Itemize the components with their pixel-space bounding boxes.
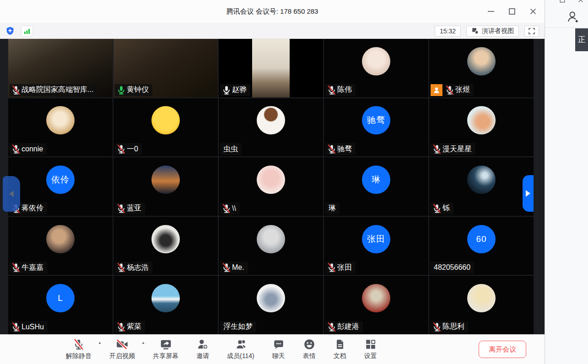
chat-bubble-icon	[273, 338, 285, 350]
participant-tile[interactable]: 牛嘉嘉	[8, 217, 113, 275]
maximize-icon[interactable]	[559, 0, 566, 4]
participant-tile[interactable]: L LuSHu	[8, 276, 113, 334]
toolbar-item-chat[interactable]: 聊天	[270, 337, 288, 360]
nameplate: 虫虫	[220, 143, 242, 155]
avatar	[362, 47, 390, 75]
nameplate: 陈思利	[431, 321, 468, 333]
toolbar-item-unmute[interactable]: 解除静音▲	[63, 337, 94, 360]
toolbar-left-icons	[4, 23, 33, 39]
participant-tile[interactable]: 战略院国家高端智库...	[8, 39, 113, 97]
mic-muted-icon	[432, 322, 442, 332]
participant-tile[interactable]: 彭建港	[324, 276, 428, 334]
minimize-icon	[486, 7, 496, 16]
grid-scroll-right-button[interactable]	[523, 175, 534, 212]
participant-tile[interactable]: 漫天星星	[429, 98, 534, 157]
close-icon[interactable]	[577, 0, 584, 4]
grid-scroll-left-button[interactable]	[3, 176, 20, 212]
participant-name: 驰骛	[337, 145, 352, 154]
participant-tile[interactable]: 一0	[113, 98, 218, 157]
toolbar-item-invite[interactable]: 邀请	[194, 337, 212, 360]
maximize-icon	[507, 7, 517, 16]
participant-tile[interactable]: 60 482056660	[429, 217, 534, 275]
participant-name: 赵骅	[232, 85, 247, 95]
participant-tile[interactable]: 黄钟仪	[113, 39, 218, 97]
nameplate: connie	[10, 143, 47, 155]
mic-on-icon	[221, 85, 232, 95]
avatar-initials: 张田	[367, 233, 385, 245]
participant-tile[interactable]: 紫菜	[113, 276, 218, 334]
mic-muted-icon	[116, 144, 126, 154]
avatar	[151, 166, 180, 194]
side-panel-tab[interactable]: 正	[575, 28, 588, 51]
chevron-left-icon	[9, 191, 14, 197]
toolbar-item-label: 文档	[334, 352, 346, 360]
avatar-initials: 依伶	[51, 174, 70, 186]
participant-tile[interactable]: 虫虫	[219, 98, 323, 157]
network-status-button[interactable]	[21, 26, 33, 37]
participant-name: 一0	[127, 145, 138, 154]
participant-tile[interactable]: 依伶 蒋依伶	[8, 157, 113, 216]
add-person-icon[interactable]	[566, 10, 580, 24]
avatar	[467, 284, 496, 312]
speaker-view-button[interactable]: 演讲者视图	[466, 26, 519, 37]
mic-active-icon	[116, 85, 126, 95]
nameplate: 紫菜	[115, 321, 145, 333]
participant-tile[interactable]: 琳 琳	[324, 157, 428, 216]
speaker-view-icon	[471, 27, 479, 35]
participant-name: 漫天星星	[442, 145, 472, 154]
avatar-initials: 60	[476, 234, 486, 244]
fullscreen-button[interactable]	[524, 26, 539, 37]
participant-name: 牛嘉嘉	[22, 263, 43, 273]
toolbar-item-docs[interactable]: 文档	[331, 337, 349, 360]
leave-meeting-button[interactable]: 离开会议	[479, 341, 526, 358]
mic-muted-icon	[432, 144, 442, 154]
avatar: 依伶	[46, 166, 75, 194]
participant-tile[interactable]: 赵骅	[219, 39, 323, 97]
participant-tile[interactable]: 杨志浩	[113, 217, 218, 275]
nameplate: 牛嘉嘉	[10, 262, 47, 273]
participant-tile[interactable]: \\	[219, 157, 323, 216]
expand-arrow-icon[interactable]: ▲	[98, 341, 102, 345]
toolbar-item-emoji[interactable]: 表情	[300, 337, 318, 360]
participant-name: Me.	[232, 263, 244, 272]
participant-tile[interactable]: connie	[8, 98, 113, 157]
close-icon	[529, 7, 538, 16]
mic-muted-icon	[116, 322, 126, 332]
participant-name: \\	[232, 204, 236, 213]
toolbar-item-settings[interactable]: 设置	[361, 337, 380, 360]
expand-arrow-icon[interactable]: ▲	[141, 341, 145, 345]
toolbar-item-label: 表情	[303, 352, 316, 360]
participant-tile[interactable]: Me.	[219, 217, 323, 275]
maximize-button[interactable]	[507, 6, 517, 16]
participant-tile[interactable]: 张煜	[429, 39, 534, 97]
avatar: 张田	[362, 225, 390, 253]
participant-grid: 战略院国家高端智库... 黄钟仪 赵骅 陈伟 张煜	[8, 39, 534, 334]
window-controls	[486, 0, 538, 23]
meeting-window: 腾讯会议 会议号: 178 650 283	[0, 0, 545, 364]
participant-tile[interactable]: 铄	[429, 157, 534, 216]
security-button[interactable]	[4, 26, 16, 37]
minimize-button[interactable]	[486, 6, 496, 16]
participant-tile[interactable]: 蓝亚	[113, 157, 218, 216]
mic-muted-icon	[116, 203, 126, 214]
time-text: 15:32	[440, 27, 456, 35]
nameplate: LuSHu	[10, 321, 48, 333]
participant-name: 琳	[329, 203, 336, 213]
participant-tile[interactable]: 陈伟	[324, 39, 428, 97]
nameplate: 张煜	[443, 84, 474, 96]
mic-muted-icon	[73, 338, 85, 350]
mic-muted-icon	[445, 85, 455, 95]
toolbar-item-start-video[interactable]: 开启视频▲	[107, 337, 138, 360]
avatar-initials: 驰骛	[367, 114, 385, 126]
close-button[interactable]	[528, 6, 538, 16]
toolbar-item-share-screen[interactable]: 共享屏幕	[150, 337, 181, 360]
participant-tile[interactable]: 驰骛 驰骛	[324, 98, 428, 157]
mic-muted-icon	[221, 262, 232, 273]
mic-muted-icon	[327, 144, 337, 154]
participant-tile[interactable]: 张田 张田	[324, 217, 428, 275]
participant-tile[interactable]: 浮生如梦	[219, 276, 323, 334]
participant-name: 铄	[442, 203, 450, 213]
divider	[545, 27, 588, 28]
participant-tile[interactable]: 陈思利	[429, 276, 534, 334]
toolbar-item-members[interactable]: 成员(114)	[224, 337, 257, 360]
